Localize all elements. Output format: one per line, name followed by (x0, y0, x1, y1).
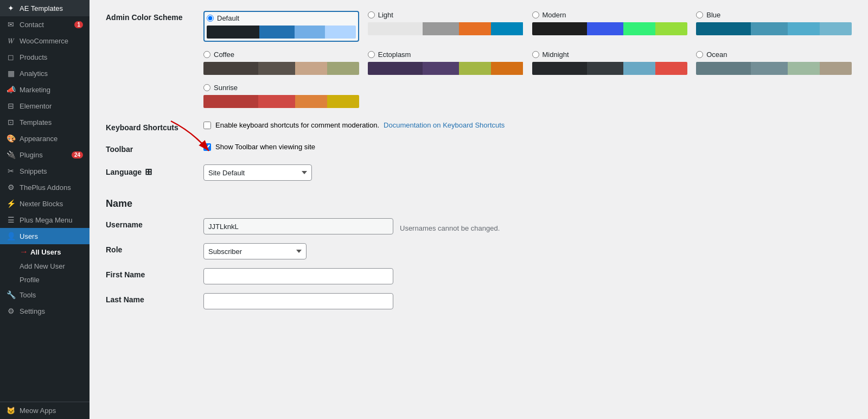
sidebar-item-products[interactable]: ◻ Products (0, 49, 90, 65)
sidebar-item-label: Elementor (20, 102, 52, 110)
sidebar-footer-label: Meow Apps (20, 407, 56, 415)
keyboard-shortcuts-checkbox[interactable] (203, 122, 211, 129)
last-name-input[interactable] (203, 293, 393, 309)
sidebar-item-label: Marketing (20, 86, 50, 94)
color-swatch (820, 62, 852, 75)
sidebar-item-marketing[interactable]: 📣 Marketing (0, 81, 90, 98)
color-swatch (203, 95, 258, 108)
color-scheme-label-text: Midnight (542, 50, 569, 59)
sidebar-item-nexter[interactable]: ⚡ Nexter Blocks (0, 195, 90, 212)
color-swatch (423, 62, 459, 75)
color-scheme-light-radio[interactable] (368, 11, 375, 18)
color-scheme-ectoplasm-label[interactable]: Ectoplasm (368, 50, 524, 59)
role-select[interactable]: Subscriber Contributor Author Editor Adm… (203, 243, 307, 259)
keyboard-shortcuts-checkbox-label: Enable keyboard shortcuts for comment mo… (215, 121, 379, 129)
color-swatch (623, 22, 655, 35)
color-scheme-ectoplasm-radio[interactable] (368, 51, 375, 58)
language-section-label: Language ⊞ (106, 164, 193, 177)
color-swatch (788, 22, 820, 35)
username-label: Username (106, 218, 193, 229)
sidebar-item-snippets[interactable]: ✂ Snippets (0, 163, 90, 179)
sidebar-sub-add-new-user[interactable]: Add New User (0, 259, 90, 273)
color-scheme-sunrise-label[interactable]: Sunrise (203, 84, 359, 92)
sidebar-item-label: WooCommerce (20, 37, 68, 45)
sidebar-item-templates[interactable]: ⊡ Templates (0, 114, 90, 130)
color-swatch (532, 62, 587, 75)
color-bar-midnight (532, 62, 688, 75)
all-users-arrow: → (20, 247, 28, 257)
color-scheme-sunrise-radio[interactable] (203, 84, 210, 91)
last-name-label: Last Name (106, 293, 193, 304)
sidebar-sub-all-users[interactable]: → All Users (0, 244, 90, 259)
username-hint: Usernames cannot be changed. (400, 220, 500, 232)
username-row: Username Usernames cannot be changed. (106, 218, 852, 234)
color-scheme-blue-radio[interactable] (696, 11, 703, 18)
color-scheme-modern-radio[interactable] (532, 11, 539, 18)
keyboard-shortcuts-link[interactable]: Documentation on Keyboard Shortcuts (384, 121, 505, 129)
color-scheme-midnight-label[interactable]: Midnight (532, 50, 688, 59)
toolbar-row: Toolbar Show Toolbar when viewing site (106, 143, 852, 154)
color-swatch (788, 62, 820, 75)
sidebar-item-label: Analytics (20, 69, 48, 78)
color-scheme-midnight-radio[interactable] (532, 51, 539, 58)
color-scheme-label-text: Ocean (706, 50, 727, 59)
sidebar-sub-profile[interactable]: Profile (0, 273, 90, 287)
color-scheme-default-label[interactable]: Default (207, 14, 356, 22)
admin-color-scheme-row: Admin Color Scheme Default (106, 11, 852, 108)
sidebar-item-elementor[interactable]: ⊟ Elementor (0, 98, 90, 114)
plus-mega-icon: ☰ (7, 215, 15, 224)
color-scheme-default-radio[interactable] (207, 15, 214, 22)
color-scheme-blue[interactable]: Blue (696, 11, 852, 42)
color-swatch (295, 26, 326, 39)
color-swatch (820, 22, 852, 35)
color-bar-ocean (696, 62, 852, 75)
color-scheme-sunrise[interactable]: Sunrise (203, 84, 359, 108)
color-scheme-label-text: Ectoplasm (378, 50, 411, 59)
name-heading: Name (106, 194, 852, 210)
sidebar-item-tools[interactable]: 🔧 Tools (0, 287, 90, 303)
color-scheme-modern-label[interactable]: Modern (532, 11, 688, 19)
color-swatch (751, 62, 787, 75)
language-select[interactable]: Site Default English (US) French Spanish (203, 164, 312, 181)
color-scheme-options: Default Light (203, 11, 852, 108)
sidebar-footer[interactable]: 🐱 Meow Apps (0, 402, 90, 419)
sidebar-item-label: Snippets (20, 167, 47, 175)
color-scheme-modern[interactable]: Modern (532, 11, 688, 42)
color-scheme-coffee[interactable]: Coffee (203, 50, 359, 75)
sidebar-item-theplus[interactable]: ⚙ ThePlus Addons (0, 179, 90, 195)
toolbar-checkbox[interactable] (203, 143, 211, 151)
color-scheme-ocean-label[interactable]: Ocean (696, 50, 852, 59)
sidebar-item-label: Products (20, 53, 47, 61)
color-swatch (368, 62, 423, 75)
sidebar-item-analytics[interactable]: ▦ Analytics (0, 65, 90, 81)
username-input[interactable] (203, 218, 393, 234)
color-bar-default (207, 26, 356, 39)
color-scheme-light-label[interactable]: Light (368, 11, 524, 19)
color-scheme-ocean-radio[interactable] (696, 51, 703, 58)
sidebar-sub-label: Add New User (20, 262, 65, 270)
color-scheme-coffee-radio[interactable] (203, 51, 210, 58)
sidebar-item-label: Nexter Blocks (20, 200, 63, 208)
color-scheme-default[interactable]: Default (203, 11, 359, 42)
color-scheme-ectoplasm[interactable]: Ectoplasm (368, 50, 524, 75)
toolbar-section-label: Toolbar (106, 143, 193, 154)
color-scheme-midnight[interactable]: Midnight (532, 50, 688, 75)
sidebar-item-woocommerce[interactable]: 𝑊 WooCommerce (0, 33, 90, 49)
sidebar-item-contact[interactable]: ✉ Contact 1 (0, 16, 90, 33)
color-scheme-coffee-label[interactable]: Coffee (203, 50, 359, 59)
sidebar-item-appearance[interactable]: 🎨 Appearance (0, 130, 90, 147)
sidebar-logo[interactable]: ✦ AE Templates (0, 0, 90, 16)
sidebar-item-settings[interactable]: ⚙ Settings (0, 303, 90, 319)
sidebar-item-plus-mega[interactable]: ☰ Plus Mega Menu (0, 212, 90, 228)
color-swatch (655, 62, 687, 75)
first-name-input[interactable] (203, 268, 393, 284)
sidebar-item-plugins[interactable]: 🔌 Plugins 24 (0, 147, 90, 163)
color-scheme-light[interactable]: Light (368, 11, 524, 42)
color-scheme-ocean[interactable]: Ocean (696, 50, 852, 75)
sidebar-item-users[interactable]: 👤 Users (0, 228, 90, 244)
color-swatch (295, 95, 327, 108)
color-swatch (258, 95, 295, 108)
color-scheme-blue-label[interactable]: Blue (696, 11, 852, 19)
username-content: Usernames cannot be changed. (203, 218, 500, 234)
theplus-icon: ⚙ (7, 183, 15, 192)
